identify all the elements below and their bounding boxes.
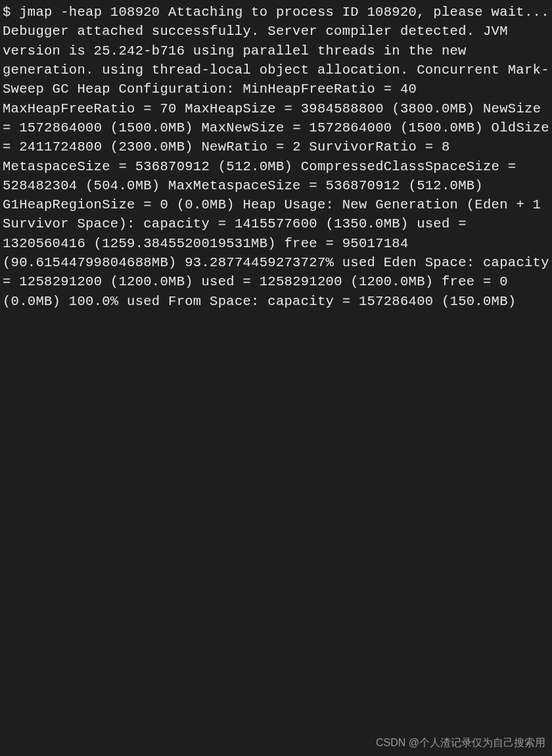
config-val: 528482304 (504.0MB) — [3, 178, 160, 193]
config-key: CompressedClassSpaceSize — [301, 159, 499, 174]
command-text: jmap -heap 108920 — [19, 5, 160, 20]
gc-line: using thread-local object allocation. — [102, 62, 408, 78]
usage-key: used — [417, 216, 458, 231]
usage-val: 157286400 (150.0MB) — [359, 294, 516, 309]
usage-key: free — [284, 236, 325, 251]
config-val: 0 (0.0MB) — [160, 197, 234, 212]
attach-line: Debugger attached successfully. — [3, 24, 260, 39]
config-key: MaxNewSize — [201, 120, 284, 135]
usage-pct: 100.0% used — [69, 294, 160, 309]
usage-val: 1415577600 (1350.0MB) — [235, 216, 409, 231]
config-key: MaxHeapSize — [185, 101, 276, 116]
config-val: 536870912 (512.0MB) — [326, 178, 483, 193]
watermark-text: CSDN @个人渣记录仅为自己搜索用 — [376, 736, 545, 751]
config-key: NewSize — [483, 101, 541, 116]
usage-pct: 93.28774459273727% used — [185, 255, 375, 270]
prompt-symbol: $ — [3, 5, 19, 20]
config-val: 2 — [292, 139, 301, 154]
usage-val: 1258291200 (1200.0MB) — [260, 274, 434, 289]
section-title: Eden Space: — [384, 255, 475, 270]
config-key: G1HeapRegionSize — [3, 197, 135, 212]
heap-usage-header: Heap Usage: — [243, 197, 334, 212]
config-val: 3984588800 (3800.0MB) — [301, 101, 475, 116]
usage-key: capacity — [267, 294, 334, 309]
config-key: NewRatio — [201, 139, 267, 154]
config-key: OldSize — [492, 120, 549, 135]
usage-key: free — [442, 274, 483, 289]
config-val: 1572864000 (1500.0MB) — [19, 120, 193, 135]
terminal-output: $ jmap -heap 108920 Attaching to process… — [3, 3, 549, 311]
usage-key: capacity — [483, 255, 549, 270]
config-key: MinHeapFreeRatio — [243, 82, 376, 97]
config-key: MetaspaceSize — [3, 159, 110, 174]
attach-line: Attaching to process ID 108920, please w… — [168, 5, 549, 20]
config-val: 1572864000 (1500.0MB) — [309, 120, 483, 135]
config-key: MaxHeapFreeRatio — [3, 101, 135, 116]
config-key: SurvivorRatio — [309, 139, 417, 154]
usage-key: used — [201, 274, 242, 289]
usage-val: 1258291200 (1200.0MB) — [19, 274, 193, 289]
config-val: 70 — [160, 101, 176, 116]
config-key: MaxMetaspaceSize — [168, 178, 301, 193]
attach-line: Server compiler detected. — [267, 24, 474, 39]
section-title: From Space: — [168, 294, 260, 309]
usage-key: capacity — [143, 216, 210, 231]
config-val: 8 — [442, 139, 450, 154]
heap-config-header: Heap Configuration: — [77, 82, 234, 97]
config-val: 536870912 (512.0MB) — [135, 159, 292, 174]
usage-val: 1320560416 (1259.3845520019531MB) — [3, 236, 276, 251]
config-val: 40 — [400, 82, 417, 97]
config-val: 2411724800 (2300.0MB) — [19, 139, 193, 154]
